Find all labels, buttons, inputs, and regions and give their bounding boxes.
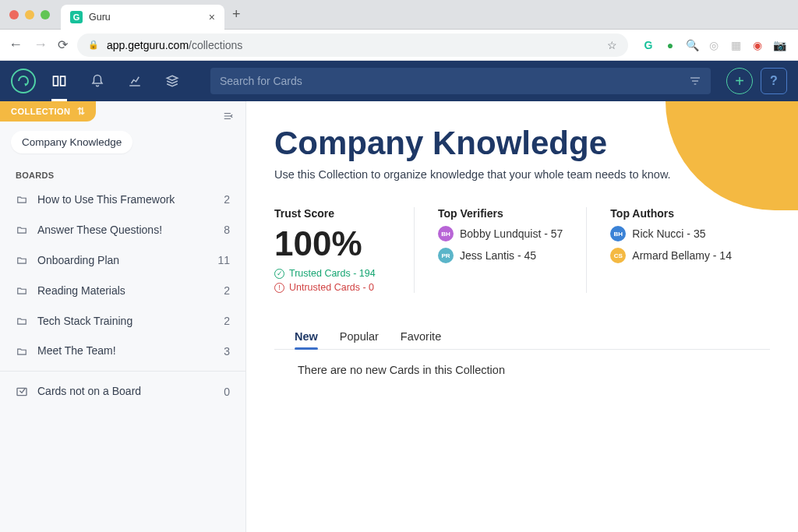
- url-host: app.getguru.com: [107, 39, 189, 51]
- avatar: PR: [438, 248, 454, 263]
- folder-icon: [16, 194, 28, 205]
- star-icon[interactable]: ☆: [607, 39, 617, 51]
- sidebar-board-item[interactable]: Reading Materials2: [0, 276, 245, 306]
- browser-tab[interactable]: G Guru ×: [61, 5, 224, 30]
- folder-icon: [16, 346, 28, 357]
- sidebar-board-item[interactable]: Answer These Questions!8: [0, 215, 245, 245]
- main-content: Company Knowledge Use this Collection to…: [246, 101, 798, 532]
- sidebar-board-item[interactable]: How to Use This Framework2: [0, 185, 245, 215]
- help-button[interactable]: ?: [761, 68, 787, 94]
- window-controls: [9, 10, 50, 19]
- avatar: BH: [610, 226, 626, 241]
- folder-icon: [16, 315, 28, 326]
- collection-selector[interactable]: COLLECTION ⇅: [0, 101, 96, 122]
- divider: [0, 371, 245, 372]
- nav-analytics[interactable]: [128, 61, 142, 101]
- person-row[interactable]: PRJess Lantis - 45: [438, 248, 563, 263]
- bell-icon: [90, 74, 104, 88]
- empty-state-message: There are no new Cards in this Collectio…: [274, 350, 770, 390]
- trust-score-value: 100%: [274, 226, 390, 262]
- top-authors-block: Top Authors BHRick Nucci - 35CSArmard Be…: [610, 207, 755, 293]
- person-text: Rick Nucci - 35: [632, 227, 705, 240]
- layers-icon: [165, 74, 179, 88]
- top-verifiers-block: Top Verifiers BHBobby Lundquist - 57PRJe…: [438, 207, 587, 293]
- close-window-icon[interactable]: [9, 10, 19, 19]
- board-name: Tech Stack Training: [37, 314, 224, 329]
- extension-icon[interactable]: 🔍: [686, 39, 698, 51]
- header-nav: [51, 61, 179, 101]
- unassigned-icon: [16, 386, 28, 398]
- app-header: Search for Cards + ?: [0, 61, 798, 101]
- url-input[interactable]: 🔒 app.getguru.com/collections ☆: [77, 33, 628, 57]
- browser-tab-strip: G Guru × +: [0, 0, 798, 30]
- top-authors-label: Top Authors: [610, 207, 732, 220]
- nav-stacks[interactable]: [165, 61, 179, 101]
- guru-logo[interactable]: [11, 69, 36, 93]
- person-text: Armard Bellamy - 14: [632, 249, 732, 262]
- add-button[interactable]: +: [726, 68, 753, 94]
- search-placeholder: Search for Cards: [220, 75, 302, 87]
- extension-icon[interactable]: ◉: [751, 39, 764, 51]
- page-title: Company Knowledge: [274, 125, 770, 162]
- person-row[interactable]: BHBobby Lundquist - 57: [438, 226, 563, 241]
- maximize-window-icon[interactable]: [41, 10, 50, 19]
- close-tab-icon[interactable]: ×: [209, 11, 215, 23]
- chart-icon: [128, 74, 142, 88]
- alert-icon: !: [274, 283, 284, 293]
- sidebar-board-item[interactable]: Onboarding Plan11: [0, 245, 245, 276]
- board-count: 2: [224, 284, 230, 297]
- folder-icon: [16, 285, 28, 296]
- nav-library[interactable]: [51, 61, 67, 101]
- extension-icon[interactable]: G: [642, 39, 655, 51]
- extension-icon[interactable]: ▦: [729, 39, 742, 51]
- check-icon: ✓: [274, 269, 284, 279]
- top-verifiers-label: Top Verifiers: [438, 207, 563, 220]
- page-subtitle: Use this Collection to organize knowledg…: [274, 168, 770, 181]
- trust-score-block: Trust Score 100% ✓ Trusted Cards - 194 !…: [274, 207, 415, 293]
- board-name: Cards not on a Board: [37, 384, 224, 399]
- collapse-sidebar-icon[interactable]: [222, 111, 235, 122]
- forward-button[interactable]: →: [33, 37, 48, 53]
- board-name: Onboarding Plan: [37, 253, 217, 268]
- nav-notifications[interactable]: [90, 61, 104, 101]
- board-count: 0: [224, 386, 230, 398]
- filter-icon[interactable]: [689, 75, 701, 87]
- board-count: 11: [217, 254, 230, 266]
- extension-icon[interactable]: ◎: [708, 39, 720, 51]
- board-name: Meet The Team!: [37, 344, 224, 358]
- lock-icon: 🔒: [88, 40, 99, 50]
- trusted-cards-line[interactable]: ✓ Trusted Cards - 194: [274, 268, 390, 279]
- minimize-window-icon[interactable]: [25, 10, 34, 19]
- extension-icon[interactable]: ●: [664, 39, 676, 51]
- back-button[interactable]: ←: [8, 37, 23, 53]
- collection-label: COLLECTION: [11, 107, 71, 116]
- sidebar-board-item[interactable]: Tech Stack Training2: [0, 306, 245, 336]
- board-name: Reading Materials: [37, 284, 224, 298]
- sidebar: COLLECTION ⇅ Company Knowledge BOARDS Ho…: [0, 101, 246, 532]
- untrusted-cards-line[interactable]: ! Untrusted Cards - 0: [274, 282, 390, 293]
- board-name: Answer These Questions!: [37, 223, 224, 238]
- search-input[interactable]: Search for Cards: [210, 68, 711, 94]
- folder-icon: [16, 224, 28, 235]
- trust-score-label: Trust Score: [274, 207, 390, 220]
- sidebar-board-item[interactable]: Meet The Team!3: [0, 336, 245, 366]
- board-count: 2: [224, 193, 230, 206]
- board-count: 8: [224, 224, 230, 236]
- board-count: 3: [224, 345, 230, 358]
- avatar: BH: [438, 226, 454, 241]
- tab-new[interactable]: New: [295, 324, 318, 349]
- tab-favorite[interactable]: Favorite: [401, 324, 441, 349]
- board-count: 2: [224, 315, 230, 327]
- new-tab-button[interactable]: +: [232, 6, 241, 23]
- sidebar-unassigned-cards[interactable]: Cards not on a Board 0: [0, 376, 245, 407]
- person-row[interactable]: CSArmard Bellamy - 14: [610, 248, 732, 263]
- tab-title: Guru: [89, 12, 203, 23]
- reload-button[interactable]: ⟳: [58, 37, 68, 52]
- board-name: How to Use This Framework: [37, 192, 224, 207]
- browser-address-bar: ← → ⟳ 🔒 app.getguru.com/collections ☆ G …: [0, 30, 798, 61]
- collection-name-pill[interactable]: Company Knowledge: [11, 131, 132, 153]
- extension-icon[interactable]: 📷: [773, 39, 786, 51]
- tab-popular[interactable]: Popular: [340, 324, 379, 349]
- person-text: Jess Lantis - 45: [460, 249, 536, 262]
- person-row[interactable]: BHRick Nucci - 35: [610, 226, 732, 241]
